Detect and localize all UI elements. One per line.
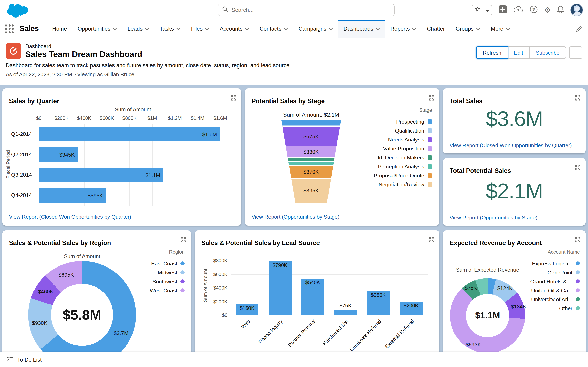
funnel-segment-value-proposition[interactable]: $330K [281, 146, 341, 157]
legend-item-negotiation-review[interactable]: Negotiation/Review [374, 180, 432, 189]
expand-icon[interactable] [429, 237, 434, 244]
legend-swatch [181, 270, 185, 275]
view-report-link[interactable]: View Report (Closed Won Opportunities by… [9, 214, 131, 220]
notifications-button[interactable] [557, 5, 564, 15]
funnel-segment-id-decision-makers[interactable] [281, 157, 341, 161]
pencil-icon[interactable] [576, 26, 582, 34]
legend-item-value-proposition[interactable]: Value Proposition [374, 144, 432, 153]
x-tick-label: $600K [100, 115, 114, 121]
expand-icon[interactable] [575, 165, 581, 172]
bar-q4-2014[interactable]: $595K [39, 188, 106, 203]
legend-title: Stage [374, 107, 432, 113]
funnel-segment-qualification[interactable] [281, 125, 341, 126]
cloud-upload-icon [513, 5, 523, 15]
legend-item-west-coast[interactable]: West Coast [150, 286, 185, 295]
legend-item-qualification[interactable]: Qualification [374, 126, 432, 135]
legend-item-perception-analysis[interactable]: Perception Analysis [374, 162, 432, 171]
view-report-link[interactable]: View Report (Opportunities by Stage) [450, 215, 537, 221]
legend-label: Southwest [153, 278, 177, 284]
app-launcher-icon[interactable] [5, 24, 14, 33]
bar-q3-2014[interactable]: $1.1M [39, 167, 164, 182]
legend-item-grand-hotels[interactable]: Grand Hotels & ... [530, 277, 580, 286]
global-search[interactable] [218, 4, 395, 16]
x-tick-label: $800K [122, 115, 137, 121]
legend-item-needs-analysis[interactable]: Needs Analysis [374, 135, 432, 144]
search-input[interactable] [232, 7, 390, 13]
tab-campaigns[interactable]: Campaigns [293, 20, 338, 38]
legend-item-prospecting[interactable]: Prospecting [374, 117, 432, 126]
funnel-segment-needs-analysis[interactable]: $675K [281, 126, 341, 146]
expand-icon[interactable] [429, 95, 434, 102]
region-legend-rows: East CoastMidwestSouthwestWest Coast [150, 259, 185, 295]
legend-swatch [576, 261, 580, 266]
tab-dashboards[interactable]: Dashboards [338, 20, 385, 38]
help-button[interactable]: ? [530, 5, 538, 15]
bar-purchased-list[interactable] [334, 310, 357, 315]
legend-item-united-oil-ga[interactable]: United Oil & Ga... [530, 286, 580, 295]
legend-item-proposal-price-quote[interactable]: Proposal/Price Quote [374, 171, 432, 180]
app-nav-bar: Sales HomeOpportunitiesLeadsTasksFilesAc… [0, 20, 588, 38]
bar-q2-2014[interactable]: $345K [39, 147, 78, 162]
app-name[interactable]: Sales [20, 25, 39, 33]
nav-tabs: HomeOpportunitiesLeadsTasksFilesAccounts… [47, 20, 515, 38]
legend-label: United Oil & Ga... [531, 287, 572, 293]
user-avatar[interactable] [571, 4, 583, 16]
environment-button[interactable] [513, 5, 523, 15]
refresh-button[interactable]: Refresh [476, 47, 508, 59]
tab-leads[interactable]: Leads [122, 20, 155, 38]
legend-item-university-of-ari[interactable]: University of Ari... [530, 295, 580, 304]
favorites-dropdown-button[interactable] [484, 5, 492, 15]
leadsource-yticks: $0$200K$400K$600K$800K [195, 257, 227, 315]
setup-button[interactable]: ⚙ [544, 6, 551, 14]
tab-contacts[interactable]: Contacts [254, 20, 293, 38]
bar-value-label: $200K [400, 303, 423, 309]
chevron-down-icon [412, 27, 416, 30]
view-report-link[interactable]: View Report (Opportunities by Stage) [251, 214, 339, 220]
tab-groups[interactable]: Groups [450, 20, 485, 38]
y-category-label: Q1-2014 [2, 124, 32, 144]
tab-chatter[interactable]: Chatter [422, 20, 450, 38]
legend-item-midwest[interactable]: Midwest [150, 268, 185, 277]
expand-icon[interactable] [575, 237, 581, 244]
tab-files[interactable]: Files [186, 20, 214, 38]
bar-value-label: $790K [268, 262, 291, 268]
utility-bar: To Do List [0, 352, 588, 367]
tab-more[interactable]: More [485, 20, 515, 38]
legend-item-east-coast[interactable]: East Coast [150, 259, 185, 268]
chevron-down-icon [176, 27, 180, 30]
object-type-label: Dashboard [25, 43, 142, 49]
funnel-segment-proposal-price-quote[interactable]: $370K [281, 165, 341, 178]
legend-item-id-decision-makers[interactable]: Id. Decision Makers [374, 153, 432, 162]
funnel-segment-prospecting[interactable] [281, 120, 341, 125]
favorites-star-button[interactable] [472, 5, 484, 15]
view-report-link[interactable]: View Report (Closed Won Opportunities by… [450, 142, 572, 149]
legend-item-genepoint[interactable]: GenePoint [530, 268, 580, 277]
global-actions-button[interactable] [498, 5, 507, 15]
expand-icon[interactable] [181, 237, 186, 244]
more-actions-dropdown[interactable] [569, 47, 582, 59]
expand-icon[interactable] [575, 95, 581, 102]
stage-legend-rows: ProspectingQualificationNeeds AnalysisVa… [374, 117, 432, 189]
chevron-down-icon [145, 27, 149, 30]
funnel-segment-perception-analysis[interactable] [281, 161, 341, 165]
tab-reports[interactable]: Reports [385, 20, 422, 38]
tab-home[interactable]: Home [47, 20, 72, 38]
legend-item-express-logisti[interactable]: Express Logisti... [530, 259, 580, 268]
widget-title: Sales & Potential Sales by Lead Source [201, 239, 320, 247]
bar-q1-2014[interactable]: $1.6M [39, 127, 220, 142]
edit-button[interactable]: Edit [508, 47, 530, 59]
tab-opportunities[interactable]: Opportunities [72, 20, 122, 38]
quarter-ticks: $0$200K$400K$600K$800K$1M$1.2M$1.4M$1.6M [39, 115, 227, 121]
x-tick-label: $0 [36, 115, 42, 121]
legend-item-other[interactable]: Other [530, 304, 580, 313]
tab-accounts[interactable]: Accounts [214, 20, 254, 38]
bar-phone-inquiry[interactable] [268, 261, 291, 315]
todo-list-item[interactable]: To Do List [0, 352, 48, 367]
funnel-segment-negotiation-review[interactable]: $395K [281, 178, 341, 203]
expand-icon[interactable] [231, 95, 236, 102]
tab-label: Accounts [220, 26, 242, 32]
subscribe-button[interactable]: Subscribe [530, 47, 566, 59]
legend-item-southwest[interactable]: Southwest [150, 277, 185, 286]
donut-total: $1.1M [475, 310, 500, 321]
tab-tasks[interactable]: Tasks [154, 20, 186, 38]
